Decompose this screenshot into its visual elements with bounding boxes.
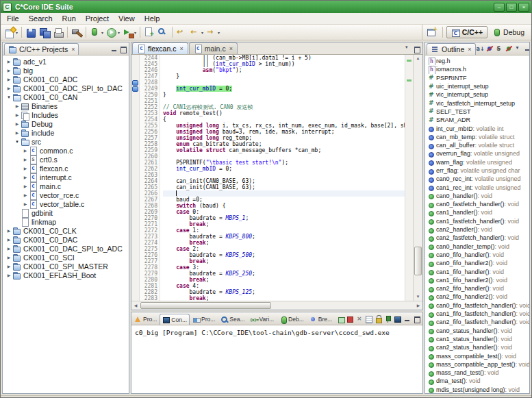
console-tab-pro[interactable]: Pro...: [190, 314, 218, 325]
window-minimize-button[interactable]: –: [494, 3, 505, 12]
expand-arrow-icon[interactable]: ▶: [22, 192, 29, 197]
expand-arrow-icon[interactable]: ▶: [14, 112, 21, 117]
outline-item-can1-fifo-fastfetch-handler[interactable]: can1_fifo_fastfetch_handler() : void: [425, 310, 529, 318]
minimize-icon[interactable]: [524, 45, 529, 52]
console-tab-sea[interactable]: Sea...: [218, 314, 247, 325]
expand-arrow-icon[interactable]: ▶: [5, 59, 12, 64]
outline-item-int-cur-mbid[interactable]: int_cur_mbID : volatile int: [425, 124, 529, 132]
outline-item-can0-status-handler[interactable]: can0_status_handler() : void: [425, 327, 529, 335]
console-tab-me[interactable]: Me...: [335, 314, 345, 325]
menu-search[interactable]: Search: [24, 14, 58, 23]
close-icon[interactable]: ×: [468, 47, 471, 53]
scrollbar-thumb[interactable]: [140, 302, 271, 309]
expand-arrow-icon[interactable]: ▶: [14, 121, 21, 126]
scroll-right-icon[interactable]: ▶: [414, 301, 422, 310]
expand-arrow-icon[interactable]: ▶: [5, 264, 12, 269]
tree-item-ck001-c0-dac-spi-to-adc[interactable]: ▶CK001_C0_DAC_SPI_to_ADC: [3, 244, 129, 253]
outline-item-mass-compatible-app-test[interactable]: mass_compatible_app_test() : void: [425, 360, 529, 369]
tree-item-ck001-eflash-boot[interactable]: ▶CK001_EFLASH_Boot: [3, 271, 129, 279]
tree-item-includes[interactable]: ▶Includes: [3, 110, 129, 119]
menu-help[interactable]: Help: [140, 14, 165, 23]
new-wizard-button[interactable]: ▾: [3, 26, 19, 39]
outline-item-mass-rand-test[interactable]: mass_rand_test() : void: [425, 369, 529, 377]
horizontal-scrollbar[interactable]: ◀ ▶: [131, 301, 422, 310]
tree-item-debug[interactable]: ▶Debug: [3, 119, 129, 128]
last-edit-button[interactable]: [175, 26, 188, 39]
editor-tab-main-c[interactable]: main.c×: [189, 42, 238, 54]
run-button[interactable]: ▾: [105, 26, 121, 39]
tree-item-vector-rce-c[interactable]: ▶vector_rce.c: [3, 190, 129, 199]
sort-button[interactable]: [476, 45, 484, 53]
outline-item-psprintf[interactable]: PSPRINTF: [425, 74, 529, 82]
tree-item-ck001-c0-dac[interactable]: ▶CK001_C0_DAC: [3, 235, 129, 244]
expand-arrow-icon[interactable]: ▶: [22, 148, 29, 153]
outline-item-mdis-test-unsigned-long[interactable]: mdis_test(unsigned long) : void: [425, 386, 529, 393]
editor-tab-flexcan-c[interactable]: flexcan.c×: [132, 42, 188, 54]
print-button[interactable]: [51, 26, 65, 39]
outline-item-can2-fifo-fastfetch-handler[interactable]: can2_fifo_fastfetch_handler() : void: [425, 318, 529, 326]
tree-item-ck001-c0-can[interactable]: ▼CK001_C0_CAN: [3, 92, 129, 101]
save-all-button[interactable]: [38, 26, 51, 39]
outline-item-can2-handler[interactable]: can2_handler() : void: [425, 225, 529, 234]
tree-item-linkmap[interactable]: linkmap: [3, 217, 129, 226]
tree-item-flexcan-c[interactable]: ▶flexcan.c: [3, 164, 129, 173]
tree-item-common-c[interactable]: ▶common.c: [3, 146, 129, 155]
console-tab-pro[interactable]: Pro...: [131, 314, 160, 325]
perspective-debug[interactable]: Debug: [487, 26, 529, 38]
expand-arrow-icon[interactable]: ▶: [5, 237, 12, 242]
window-maximize-button[interactable]: □: [506, 3, 517, 12]
close-icon[interactable]: ×: [71, 47, 75, 53]
expand-arrow-icon[interactable]: ▶: [5, 77, 12, 82]
expand-arrow-icon[interactable]: ▶: [22, 201, 29, 206]
expand-arrow-icon[interactable]: ▶: [22, 184, 29, 188]
close-icon[interactable]: ×: [229, 45, 233, 52]
minimize-button[interactable]: [403, 314, 411, 323]
remove-launch-button[interactable]: [355, 314, 364, 323]
outline-item-can1-fifo-handler[interactable]: can1_fifo_handler() : void: [425, 267, 529, 275]
expand-arrow-icon[interactable]: ▶: [22, 175, 29, 179]
outline-item-can1-rec-int[interactable]: can1_rec_int : volatile unsigned: [425, 183, 529, 191]
menu-file[interactable]: File: [2, 14, 24, 23]
hide-static-button[interactable]: [495, 45, 503, 53]
tree-item-big[interactable]: ▶big: [3, 66, 129, 75]
outline-item-overrun-flag[interactable]: overrun_flag : volatile unsigned: [425, 149, 529, 158]
tab-list-icon[interactable]: [404, 46, 411, 53]
tab-outline[interactable]: Outline ×: [427, 43, 476, 55]
build-button[interactable]: [70, 26, 84, 39]
vertical-scrollbar[interactable]: ▲ ▼: [413, 55, 422, 301]
tree-item-include[interactable]: ▶include: [3, 128, 129, 137]
maximize-icon[interactable]: [413, 46, 420, 53]
tree-item-ck001-c0-spi-master[interactable]: ▶CK001_C0_SPI_MASTER: [3, 262, 129, 271]
hide-nonpublic-button[interactable]: [505, 45, 513, 53]
outline-item-can0-fifo-handler[interactable]: can0_fifo_handler() : void: [425, 251, 529, 259]
tree-item-binaries[interactable]: ▶Binaries: [3, 101, 129, 110]
scroll-down-icon[interactable]: ▼: [414, 293, 422, 301]
console-tab-con[interactable]: Con...: [160, 314, 190, 325]
outline-item-can2-fastfetch-handler[interactable]: can2_fastfetch_handler() : void: [425, 234, 529, 242]
maximize-icon[interactable]: [119, 46, 127, 53]
outline-item-can0-handler[interactable]: can0_handler() : void: [425, 192, 529, 200]
pin-console-button[interactable]: [383, 314, 392, 323]
outline-item-err-flag[interactable]: err_flag : volatile unsigned char: [425, 166, 529, 175]
view-menu-button[interactable]: [514, 45, 522, 53]
close-icon[interactable]: ×: [179, 45, 183, 52]
hide-fields-button[interactable]: [485, 45, 494, 53]
expand-arrow-icon[interactable]: ▶: [5, 86, 12, 90]
outline-item-mass-compatible-test[interactable]: mass_compatible_test() : void: [425, 351, 529, 360]
expand-arrow-icon[interactable]: ▼: [5, 95, 12, 99]
menu-project[interactable]: Project: [81, 14, 114, 23]
forward-button[interactable]: ▾: [205, 26, 221, 39]
outline-item-can0-handler-temp[interactable]: can0_handler_temp() : void: [425, 242, 529, 251]
console-output[interactable]: c0_big [Program] C:\CCore_IDE\tool-chain…: [131, 325, 422, 393]
search-button[interactable]: [156, 26, 170, 39]
outline-item-reg-h[interactable]: reg.h: [425, 57, 529, 65]
tree-item-ck001-c0-adc-spi-to-dac[interactable]: ▶CK001_C0_ADC_SPI_to_DAC: [3, 84, 129, 92]
outline-item-self-test[interactable]: SELF_TEST: [425, 108, 529, 116]
back-button[interactable]: ▾: [188, 26, 205, 39]
outline-item-can0-fifo-fastfetch-handler[interactable]: can0_fifo_fastfetch_handler() : void: [425, 301, 529, 310]
outline-item-can0-fastfetch-handler[interactable]: can0_fastfetch_handler() : void: [425, 200, 529, 208]
expand-arrow-icon[interactable]: ▼: [14, 140, 21, 144]
save-button[interactable]: [24, 26, 38, 39]
outline-item-can-all-buffer[interactable]: can_all_buffer : volatile struct: [425, 141, 529, 149]
expand-arrow-icon[interactable]: ▶: [22, 166, 29, 171]
